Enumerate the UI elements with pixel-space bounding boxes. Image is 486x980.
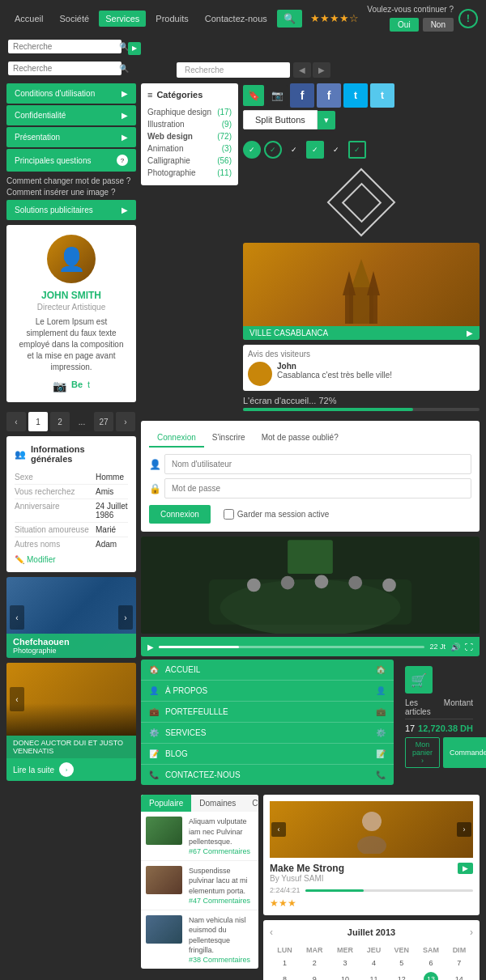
cal-cell-13[interactable]: 13 [416,970,445,980]
article-comments-3[interactable]: #38 Commentaires [189,956,254,964]
nav-menu-contact[interactable]: 📞CONTACTEZ-NOUS 📞 [141,765,394,785]
username-input[interactable] [164,454,471,474]
circle-green-filled[interactable]: ✓ [243,141,261,159]
nav-menu-portefeuille[interactable]: 💼PORTEFEULLLE 💼 [141,702,394,723]
cal-cell-7[interactable]: 7 [447,957,471,969]
confirm-yes-button[interactable]: Oui [390,18,419,32]
cal-cell-6[interactable]: 6 [416,957,445,969]
play-icon[interactable]: ▶ [147,643,154,651]
twitter-dark-icon[interactable]: t [343,83,368,108]
third-search-box[interactable]: Recherche [177,62,290,78]
square-green-filled[interactable]: ✓ [306,141,324,159]
cat-graphique[interactable]: Graphique design (17) [147,106,232,118]
cal-cell-12[interactable]: 12 [388,970,415,980]
faq-item-2[interactable]: Comment insérer une image ? [6,188,136,197]
cal-cell-10[interactable]: 10 [330,970,359,980]
article-comments-1[interactable]: #67 Commentaires [189,847,254,855]
cal-cell-1[interactable]: 1 [271,957,298,969]
bookmark-icon-btn[interactable]: 🔖 [243,85,264,106]
cal-cell-3[interactable]: 3 [330,957,359,969]
music-progress[interactable] [305,889,473,892]
page-next-button[interactable]: › [116,412,135,431]
music-next-button[interactable]: › [457,822,471,837]
cal-next-button[interactable]: › [470,927,473,938]
cat-webdesign[interactable]: Web design (72) [147,130,232,142]
confirm-no-button[interactable]: Non [423,18,454,32]
nav-contact[interactable]: Contactez-nous [198,11,274,27]
cat-animation[interactable]: Animation (3) [147,142,232,155]
nav-services[interactable]: Services [99,11,146,27]
commander-button[interactable]: Commander [443,737,486,768]
nav-accueil[interactable]: Accueil [8,11,49,27]
circle-dark[interactable]: ✓ [285,141,303,159]
tab-populaire[interactable]: Populaire [141,795,191,812]
nav-search-button[interactable]: 🔍 [277,10,302,28]
remember-checkbox[interactable] [224,509,234,520]
cal-cell-9[interactable]: 9 [300,970,329,980]
facebook-light-icon[interactable]: f [317,83,341,108]
faq-item-1[interactable]: Comment changer mot de passe ? [6,176,136,185]
page-1-button[interactable]: 1 [28,412,48,431]
facebook-dark-icon[interactable]: f [290,83,314,108]
login-button[interactable]: Connexion [149,505,211,524]
cal-cell-4[interactable]: 4 [361,957,387,969]
hero-nav-button[interactable]: ‹ [10,687,24,711]
main-search-input[interactable] [13,42,116,51]
split-arrow-button[interactable]: ▾ [318,111,335,129]
cat-photographie[interactable]: Photographie (11) [147,167,232,179]
cal-cell-8[interactable]: 8 [271,970,298,980]
nav-menu-blog[interactable]: 📝BLOG 📝 [141,744,394,765]
login-tab-inscrire[interactable]: S'inscrire [204,429,254,448]
nav-produits[interactable]: Produits [149,11,194,27]
tab-domaines[interactable]: Domaines [191,795,244,812]
nav-societe[interactable]: Société [53,11,96,27]
city-arrow[interactable]: ▶ [467,329,473,337]
page-prev-button[interactable]: ‹ [6,412,26,431]
article-comments-2[interactable]: #47 Commentaires [189,897,254,905]
cal-prev-button[interactable]: ‹ [270,927,273,938]
nav-menu-accueil[interactable]: 🏠ACCUEIL 🏠 [141,660,394,681]
arrow-left-button[interactable]: ◀ [293,62,311,78]
menu-confidentialite[interactable]: Confidentialité ▶ [6,105,136,125]
cart-icon[interactable]: 🛒 [405,666,433,694]
twitter-icon[interactable]: t [87,380,90,392]
cat-illustration[interactable]: Illustration (9) [147,118,232,130]
cal-cell-2[interactable]: 2 [300,957,329,969]
camera-icon-btn[interactable]: 📷 [266,85,288,106]
nav-menu-apropos[interactable]: 👤À PROPOS 👤 [141,681,394,702]
music-prev-button[interactable]: ‹ [271,822,286,837]
instagram-icon[interactable]: 📷 [53,380,66,392]
nav-menu-services[interactable]: ⚙️SERVICES ⚙️ [141,723,394,744]
split-main-button[interactable]: Split Buttons [243,110,318,129]
menu-questions[interactable]: Principales questions ? [6,149,136,172]
square-green-outline[interactable]: ✓ [348,141,366,159]
second-search-input[interactable] [13,64,116,73]
menu-presentation[interactable]: Présentation ▶ [6,127,136,147]
behance-icon[interactable]: Be [71,380,83,392]
login-tab-connexion[interactable]: Connexion [149,429,204,448]
cal-cell-11[interactable]: 11 [361,970,387,980]
page-2-button[interactable]: 2 [50,412,70,431]
square-dark[interactable]: ✓ [327,141,345,159]
city-nav-prev-button[interactable]: ‹ [10,605,24,630]
edit-link[interactable]: ✏️ Modifier [15,555,128,564]
circle-green-outline[interactable]: ✓ [264,141,282,159]
video-progress-bar[interactable] [159,646,424,648]
menu-conditions[interactable]: Conditions d'utilisation ▶ [6,83,136,104]
tab-commentaires[interactable]: Commentaires [244,795,258,812]
read-more-arrow[interactable]: › [59,762,74,777]
city-nav-next-button[interactable]: › [118,605,133,630]
menu-solutions[interactable]: Solutions publicitaires ▶ [6,200,136,220]
music-play-button[interactable]: ▶ [458,863,473,874]
cat-calligraphie[interactable]: Calligraphie (56) [147,155,232,167]
login-tab-password[interactable]: Mot de passe oublié? [254,429,347,448]
arrow-right-button[interactable]: ▶ [313,62,330,78]
twitter-light-icon[interactable]: t [370,83,394,108]
password-input[interactable] [164,478,471,498]
volume-icon[interactable]: 🔊 [450,643,460,651]
cal-cell-5[interactable]: 5 [388,957,415,969]
panier-button[interactable]: Mon panier › [405,737,440,768]
cal-cell-14[interactable]: 14 [447,970,471,980]
fullscreen-icon[interactable]: ⛶ [465,643,473,651]
page-last-button[interactable]: 27 [94,412,113,431]
